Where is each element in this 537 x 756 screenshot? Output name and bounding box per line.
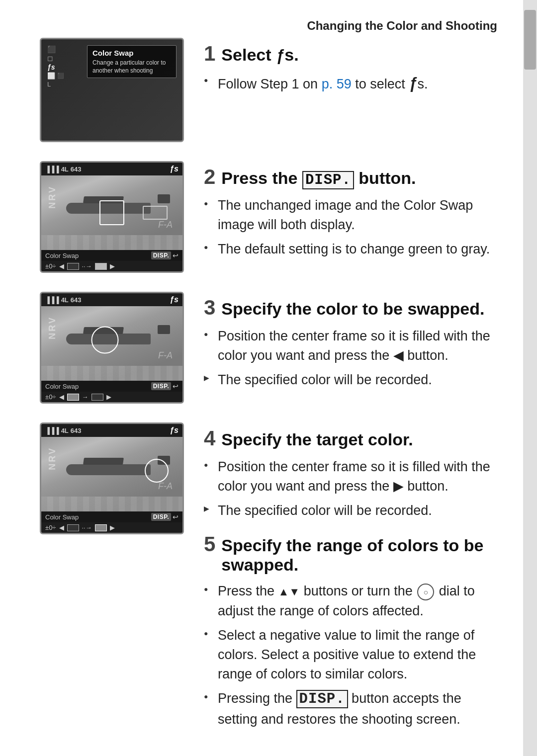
screen-3-bottom-right: DISP. ↩ [151,382,179,390]
dial-icon: ○ [417,584,434,600]
nrv-label-3: NRV [47,316,58,339]
step-4-row: ▐▐▐ 4L 643 ƒs NRV F-A [40,422,497,734]
plane-wing-4 [83,458,124,465]
mode-icon-item: ◻ [47,54,64,62]
disp-button-label: DISP. [302,171,354,189]
step-3-bullets: Position the center frame so it is fille… [204,327,497,390]
step-5-bullets: Press the ▲▼ buttons or turn the ○ dial … [204,582,497,729]
screen-3-top-bar: ▐▐▐ 4L 643 ƒs [41,293,182,306]
select-icon-s: ƒ [276,47,284,64]
select-icon-s2: ƒ [409,75,417,92]
checkerboard-3 [41,366,182,381]
fa-label-4: F-A [158,481,173,492]
disp-button-label-5: DISP. [296,690,348,708]
arrow-up-down-icon: ▲▼ [278,586,300,598]
step-3-number: 3 [204,296,215,320]
scrollbar-thumb[interactable] [524,10,536,70]
screen-4-bottom-left: Color Swap [45,513,79,521]
screen-4-bottom-right: DISP. ↩ [151,513,179,521]
step-2-bullets: The unchanged image and the Color Swap i… [204,196,497,259]
step-5-bullet-3: Pressing the DISP. button accepts the se… [204,689,497,729]
disp-badge-3: DISP. [151,382,171,390]
link-p59[interactable]: p. 59 [322,77,352,91]
step-2-number: 2 [204,165,215,189]
step-4-title: 4 Specify the target color. [204,426,497,450]
center-frame-2 [99,200,124,225]
step-4-bullets: Position the center frame so it is fille… [204,457,497,520]
screen-3-bottom-bar: Color Swap DISP. ↩ [41,381,182,392]
step-1-image: ⬛ ◻ ƒs ⬜ ⬛ [40,38,184,142]
nav-left-2: ◀ [59,262,64,270]
screen4-mode-label: 4L [61,427,69,434]
step-1-bullets: Follow Step 1 on p. 59 to select ƒs. [204,73,497,95]
screen-2-bottom-bar: Color Swap DISP. ↩ [41,250,182,261]
color-dark-box-2 [67,263,79,270]
scrollbar[interactable] [523,0,537,756]
color-light-box-2 [95,263,107,270]
screen2-counter: 643 [71,166,82,173]
exposure-label-2: ±0÷ [45,262,56,270]
step-3-title-label: Specify the color to be swapped. [221,299,484,319]
step-4-bullet-2: The specified color will be recorded. [204,501,497,520]
checkerboard-4 [41,497,182,511]
color-highlight-box-4 [95,524,107,531]
step-1-number: 1 [204,42,215,66]
screen-4-mockup: ▐▐▐ 4L 643 ƒs NRV F-A [40,422,184,534]
color-swap-panel: Color Swap Change a particular color to … [87,45,177,78]
step-4-image: ▐▐▐ 4L 643 ƒs NRV F-A [40,422,184,534]
step-5-bullet-1: Press the ▲▼ buttons or turn the ○ dial … [204,582,497,620]
screen-2-nav-bar: ±0÷ ◀ ··→ ▶ [41,261,182,271]
nav-right-2: ▶ [110,262,115,270]
fa-label: F-A [158,220,173,230]
screen3-mode-fs: ƒs [170,295,179,304]
header-title: Changing the Color and Shooting [307,19,497,32]
step-3-text: 3 Specify the color to be swapped. Posit… [204,292,497,395]
exposure-label-4: ±0÷ [45,524,56,531]
ellipsis-2: ··→ [82,262,92,270]
step-2-title-label: Press the DISP. button. [221,168,416,188]
step-4-number: 4 [204,426,215,450]
step-3-bullet-1: Position the center frame so it is fille… [204,327,497,365]
color-swap-label-3: Color Swap [45,383,79,390]
exposure-label-3: ±0÷ [45,393,56,401]
step-3-bullet-2: The specified color will be recorded. [204,370,497,390]
screen-4-top-bar: ▐▐▐ 4L 643 ƒs [41,424,182,437]
target-circle-4 [145,459,169,483]
screen-2-top-bar: ▐▐▐ 4L 643 ƒs [41,163,182,175]
screen4-mode-fs: ƒs [170,426,179,435]
mode-icon-item: L [47,81,64,88]
return-icon-3: ↩ [173,382,179,390]
step-5-bullet-2: Select a negative value to limit the ran… [204,626,497,684]
step-5-number: 5 [204,532,215,556]
disp-badge-2: DISP. [151,252,171,259]
screen-1-mockup: ⬛ ◻ ƒs ⬜ ⬛ [40,38,184,142]
plane-tail [158,194,170,203]
target-box-2 [143,206,168,220]
screen2-mode-label: 4L [61,166,69,173]
screen-2-bottom-right: DISP. ↩ [151,252,179,259]
screen-4-nav-bar: ±0÷ ◀ ··→ ▶ [41,522,182,533]
color-highlight-box-3 [67,394,79,401]
step-1-row: ⬛ ◻ ƒs ⬜ ⬛ [40,38,497,142]
color-dark-box-3 [91,394,103,401]
nav-right-4: ▶ [110,524,115,531]
nav-left-3: ◀ [59,393,64,401]
return-icon-4: ↩ [173,513,179,521]
battery-icon-text-3: ▐▐▐ [45,296,59,304]
battery-icon-text-4: ▐▐▐ [45,427,59,434]
screen-3-bottom-left: Color Swap [45,383,79,390]
screen3-mode-label: 4L [61,296,69,304]
mode-icon-item: ⬜ ⬛ [47,72,64,80]
ellipsis-4: ··→ [82,524,92,531]
screen-2-viewfinder: NRV F-A [41,175,182,250]
nrv-label-4: NRV [47,447,58,470]
color-swap-title: Color Swap [92,49,171,57]
step-2-image: ▐▐▐ 4L 643 ƒs NRV [40,161,184,273]
screen-3-top-icons: ▐▐▐ 4L 643 [45,296,82,304]
nav-right-3: ▶ [106,393,111,401]
nav-left-4: ◀ [59,524,64,531]
screen2-mode-fs: ƒs [170,165,179,173]
screen-3-mockup: ▐▐▐ 4L 643 ƒs NRV F-A [40,292,184,404]
color-dark-box-4 [67,524,79,531]
color-swap-desc: Change a particular color to another whe… [92,59,171,75]
